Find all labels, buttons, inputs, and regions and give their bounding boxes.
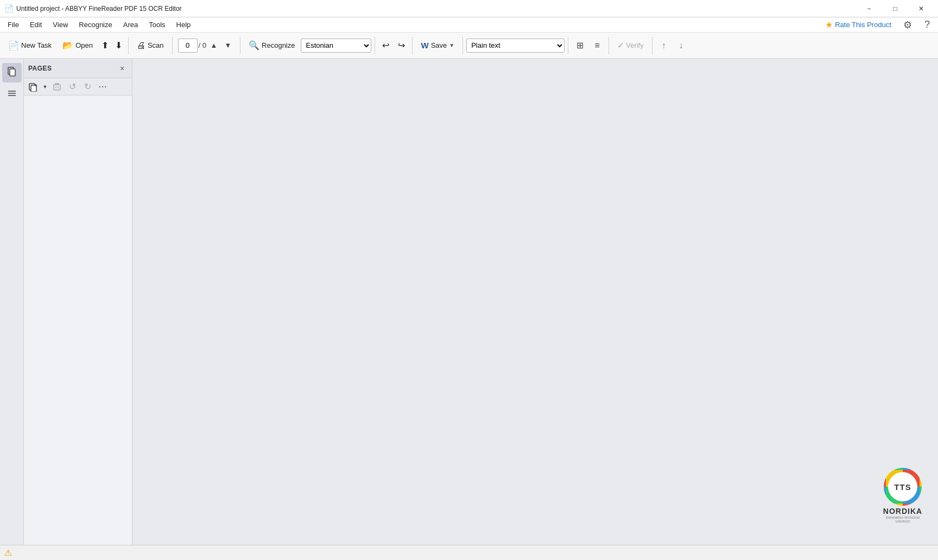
upload-button[interactable]: ⬆	[99, 36, 111, 55]
rate-product-button[interactable]: ★ Rate This Product	[820, 17, 897, 32]
pages-scan-add-button[interactable]	[26, 80, 40, 93]
format-select[interactable]: Plain text Microsoft Word Document PDF H…	[466, 39, 565, 53]
new-task-label: New Task	[21, 41, 52, 49]
layers-icon	[7, 88, 17, 101]
undo-button[interactable]: ↩	[378, 36, 393, 55]
grid-icon: ⊞	[576, 40, 584, 50]
pages-more-button[interactable]: ⋯	[96, 80, 110, 93]
toolbar-sep-2	[172, 37, 173, 54]
pages-icon	[7, 66, 17, 80]
help-button[interactable]: ?	[918, 16, 936, 34]
svg-rect-1	[10, 69, 15, 76]
upload-icon: ⬆	[102, 40, 109, 50]
titlebar: 📄 Untitled project - ABBYY FineReader PD…	[0, 0, 938, 17]
nordika-inner-text: TTS	[888, 472, 917, 501]
page-navigation: / 0 ▲ ▼	[176, 39, 237, 53]
new-task-icon: 📄	[8, 41, 19, 50]
delete-icon	[53, 82, 61, 91]
scan-button[interactable]: 🖨 Scan	[132, 36, 169, 55]
menu-tools[interactable]: Tools	[143, 18, 170, 31]
sidebar-layers-button[interactable]	[2, 85, 22, 104]
settings-button[interactable]: ⚙	[899, 16, 916, 34]
page-down-button[interactable]: ▼	[221, 39, 234, 53]
download-icon: ⬇	[115, 40, 122, 50]
svg-rect-9	[54, 85, 60, 90]
save-label: Save	[431, 41, 447, 49]
toolbar-right-menu: ★ Rate This Product ⚙ ?	[820, 16, 936, 34]
app-icon: 📄	[4, 4, 13, 13]
menu-help[interactable]: Help	[171, 18, 197, 31]
scan-icon: 🖨	[137, 41, 145, 50]
menu-recognize[interactable]: Recognize	[73, 18, 117, 31]
toolbar-sep-5	[412, 37, 413, 54]
list-icon: ≡	[595, 41, 600, 50]
scan-add-icon	[28, 82, 38, 92]
toolbar-sep-8	[609, 37, 609, 54]
app-title: Untitled project - ABBYY FineReader PDF …	[16, 5, 182, 12]
rate-product-label: Rate This Product	[835, 21, 891, 29]
menu-edit[interactable]: Edit	[24, 18, 47, 31]
open-icon: 📂	[62, 41, 73, 50]
save-dropdown-icon: ▼	[449, 42, 454, 48]
pages-redo-button[interactable]: ↻	[80, 80, 94, 93]
titlebar-left: 📄 Untitled project - ABBYY FineReader PD…	[4, 4, 182, 13]
status-warning-icon: ⚠	[4, 548, 12, 558]
pages-panel-close-button[interactable]: ×	[117, 63, 128, 74]
pages-undo-button[interactable]: ↺	[65, 80, 79, 93]
open-label: Open	[75, 41, 93, 49]
toolbar-sep-9	[652, 37, 652, 54]
toolbar-sep-4	[375, 37, 375, 54]
pages-panel-title: PAGES	[28, 65, 52, 72]
pages-dropdown-arrow-button[interactable]: ▼	[41, 80, 49, 93]
menu-area[interactable]: Area	[118, 18, 143, 31]
recognize-button[interactable]: 🔍 Recognize	[244, 36, 300, 55]
recognize-icon: 🔍	[249, 41, 259, 50]
redo-button[interactable]: ↪	[394, 36, 409, 55]
page-up-button[interactable]: ▲	[207, 39, 220, 53]
recognize-label: Recognize	[262, 41, 295, 49]
download-button[interactable]: ⬇	[112, 36, 125, 55]
main-area: PAGES × ▼	[0, 59, 938, 545]
list-view-button[interactable]: ≡	[589, 37, 605, 54]
main-canvas: TTS NORDIKA translation technical soluti…	[132, 59, 938, 545]
toolbar-sep-6	[462, 37, 463, 54]
transform-down-button[interactable]: ↓	[673, 37, 689, 54]
save-button[interactable]: W Save ▼	[416, 36, 459, 55]
verify-icon: ✓	[617, 40, 624, 50]
nordika-logo: TTS NORDIKA translation technical soluti…	[878, 468, 927, 523]
transform-up-icon: ↑	[662, 41, 666, 50]
pages-panel: PAGES × ▼	[24, 59, 132, 545]
pages-panel-content	[24, 96, 132, 545]
verify-label: Verify	[626, 41, 644, 49]
undo-icon: ↩	[382, 40, 389, 50]
toolbar-sep-7	[568, 37, 568, 54]
statusbar: ⚠	[0, 545, 938, 560]
page-number-input[interactable]	[178, 39, 198, 53]
sidebar-pages-button[interactable]	[2, 63, 22, 82]
language-select[interactable]: Estonian English Finnish German French	[301, 39, 371, 53]
sidebar-icons	[0, 59, 24, 545]
redo-icon: ↪	[398, 40, 405, 50]
open-button[interactable]: 📂 Open	[58, 36, 98, 55]
close-button[interactable]: ✕	[909, 0, 934, 17]
transform-up-button[interactable]: ↑	[656, 37, 672, 54]
pages-delete-button[interactable]	[50, 80, 64, 93]
menu-view[interactable]: View	[47, 18, 73, 31]
word-icon: W	[421, 41, 428, 49]
main-toolbar: 📄 New Task 📂 Open ⬆ ⬇ 🖨 Scan / 0 ▲ ▼ 🔍 R…	[0, 33, 938, 59]
rate-star-icon: ★	[825, 20, 833, 30]
maximize-button[interactable]: □	[883, 0, 908, 17]
transform-down-icon: ↓	[679, 41, 683, 50]
pages-panel-header: PAGES ×	[24, 59, 132, 78]
minimize-button[interactable]: −	[857, 0, 882, 17]
menu-file[interactable]: File	[2, 18, 24, 31]
window-controls: − □ ✕	[857, 0, 934, 17]
toolbar-sep-1	[128, 37, 129, 54]
toolbar-sep-3	[240, 37, 240, 54]
nordika-circle: TTS	[884, 468, 922, 506]
page-separator: / 0	[199, 41, 206, 49]
undo-redo-group: ↩ ↪	[378, 36, 409, 55]
grid-view-button[interactable]: ⊞	[572, 37, 588, 54]
verify-button[interactable]: ✓ Verify	[612, 36, 649, 55]
new-task-button[interactable]: 📄 New Task	[3, 36, 56, 55]
